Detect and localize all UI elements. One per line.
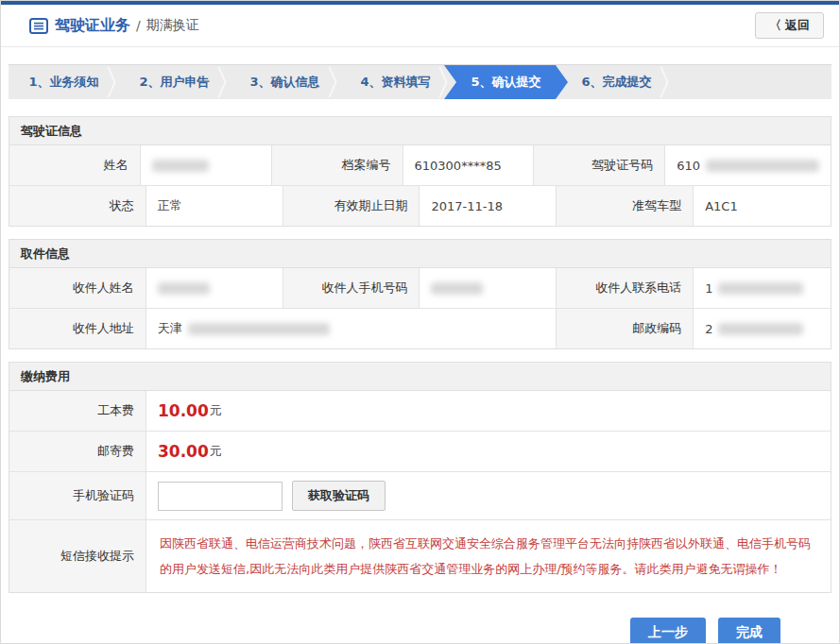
postage-fee-unit: 元 [210,443,222,460]
table-row: 收件人地址 天津 邮政编码 2 [9,308,831,348]
recipient-name-label: 收件人姓名 [9,268,146,308]
breadcrumb-current: 期满换证 [146,17,199,34]
postal-code-label: 邮政编码 [557,309,694,348]
recipient-address-value: 天津 [146,309,557,348]
license-service-icon [29,18,48,34]
production-fee-value: 10.00元 [146,391,831,431]
file-number-value: 610300****85 [403,145,535,185]
page: 驾驶证业务 / 期满换证 〈返回 1、业务须知 2、用户申告 3、确认信息 4、… [0,0,840,644]
table-row: 收件人姓名 收件人手机号码 收件人联系电话 1 [9,268,831,308]
license-number-label: 驾驶证号码 [534,145,665,185]
file-number-label: 档案编号 [272,145,403,185]
recipient-phone-label: 收件人联系电话 [557,268,694,308]
pickup-info-section: 取件信息 收件人姓名 收件人手机号码 收件人联系电话 1 收件人地址 天津 邮政… [9,239,831,349]
step-6-complete-submit[interactable]: 6、完成提交 [561,65,672,99]
table-row: 短信接收提示 因陕西省联通、电信运营商技术问题，陕西省互联网交通安全综合服务管理… [9,519,831,592]
recipient-phone-value: 1 [694,268,831,308]
name-label: 姓名 [9,145,141,185]
back-button[interactable]: 〈返回 [755,12,824,39]
step-5-confirm-submit-active[interactable]: 5、确认提交 [444,65,568,99]
table-row: 状态 正常 有效期止日期 2017-11-18 准驾车型 A1C1 [9,185,831,226]
postage-fee-value: 30.00元 [146,432,831,471]
step-3-confirm-info[interactable]: 3、确认信息 [230,65,340,99]
recipient-name-value [146,268,283,308]
license-number-value: 610 [665,145,831,185]
fees-title: 缴纳费用 [9,363,831,391]
expiry-date-label: 有效期止日期 [283,186,420,226]
redacted-recipient-phone [718,282,803,295]
table-row: 手机验证码 获取验证码 [9,471,831,519]
step-nav: 1、业务须知 2、用户申告 3、确认信息 4、资料填写 5、确认提交 6、完成提… [9,64,831,99]
redacted-recipient-mobile [431,282,483,295]
finish-button[interactable]: 完成 [718,618,780,644]
fees-section: 缴纳费用 工本费 10.00元 邮寄费 30.00元 手机验证码 获取验证码 短… [9,362,831,593]
postal-code-prefix: 2 [705,322,712,336]
status-value: 正常 [146,186,283,226]
redacted-recipient-name [158,282,210,295]
get-code-button[interactable]: 获取验证码 [292,481,386,511]
postage-fee-amount: 30.00 [158,442,209,461]
production-fee-unit: 元 [210,402,222,419]
sms-notice-text: 因陕西省联通、电信运营商技术问题，陕西省互联网交通安全综合服务管理平台无法向持陕… [146,520,831,592]
license-info-section: 驾驶证信息 姓名 档案编号 610300****85 驾驶证号码 610 状态 … [9,116,831,227]
redacted-postal-code [718,323,803,335]
table-row: 工本费 10.00元 [9,391,831,431]
recipient-phone-prefix: 1 [705,281,712,296]
recipient-mobile-label: 收件人手机号码 [283,268,420,308]
back-button-label: 返回 [785,18,810,32]
footer-actions: 上一步 完成 [1,618,839,644]
status-label: 状态 [9,186,146,226]
recipient-address-label: 收件人地址 [9,309,146,348]
license-number-prefix: 610 [677,159,700,173]
previous-step-button[interactable]: 上一步 [630,618,706,644]
redacted-recipient-address [188,323,330,335]
header: 驾驶证业务 / 期满换证 〈返回 [1,5,839,47]
vehicle-class-value: A1C1 [694,186,831,226]
production-fee-amount: 10.00 [158,401,209,420]
step-2-user-declaration[interactable]: 2、用户申告 [119,65,230,99]
recipient-mobile-value [420,268,557,308]
postage-fee-label: 邮寄费 [9,432,146,471]
breadcrumb-separator: / [136,18,141,33]
production-fee-label: 工本费 [9,391,146,431]
expiry-date-value: 2017-11-18 [420,186,557,226]
redacted-license-number [706,160,819,172]
sms-code-label: 手机验证码 [9,472,146,519]
postal-code-value: 2 [694,309,831,348]
sms-code-field-cell: 获取验证码 [146,472,831,519]
page-title: 驾驶证业务 [55,16,130,36]
table-row: 姓名 档案编号 610300****85 驾驶证号码 610 [9,145,831,185]
step-1-business-notice[interactable]: 1、业务须知 [9,65,119,99]
license-info-title: 驾驶证信息 [9,117,831,145]
sms-notice-label: 短信接收提示 [9,520,146,592]
step-4-fill-data[interactable]: 4、资料填写 [340,65,451,99]
vehicle-class-label: 准驾车型 [557,186,694,226]
table-row: 邮寄费 30.00元 [9,431,831,471]
pickup-info-title: 取件信息 [9,240,831,268]
redacted-name [152,160,209,172]
recipient-address-prefix: 天津 [158,320,182,337]
name-value [141,145,272,185]
back-chevron-icon: 〈 [769,18,781,32]
step-nav-filler [672,65,831,99]
sms-code-input[interactable] [158,482,283,511]
